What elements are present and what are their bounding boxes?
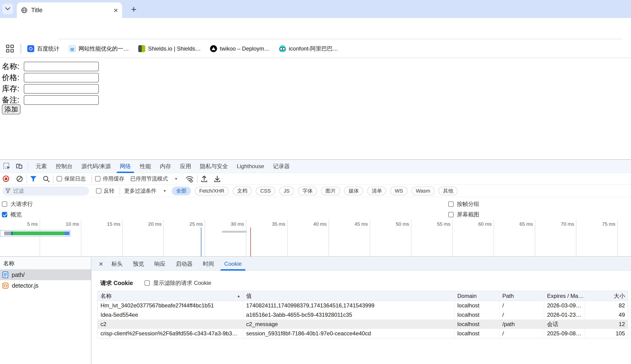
column-header-expires[interactable]: Expires / Ma… <box>544 291 585 301</box>
devtools-tab[interactable]: Lighthouse <box>232 160 268 173</box>
add-button[interactable]: 添加 <box>2 104 21 114</box>
devtools-tab[interactable]: 控制台 <box>51 160 77 173</box>
detail-tab[interactable]: 标头 <box>106 257 128 270</box>
devtools-tab[interactable]: 元素 <box>31 160 51 173</box>
screenshots-checkbox[interactable] <box>448 212 454 217</box>
preserve-log-checkbox[interactable] <box>57 176 62 182</box>
invert-checkbox[interactable] <box>96 188 101 194</box>
filter-toggle-icon[interactable] <box>30 176 37 182</box>
tab-search-button[interactable] <box>2 4 13 14</box>
show-filtered-cookies-checkbox[interactable] <box>145 280 150 286</box>
overview-checkbox[interactable] <box>2 212 7 217</box>
column-header-size[interactable]: 大小 <box>585 291 628 301</box>
cookie-domain-cell: localhost <box>455 320 500 329</box>
search-icon[interactable] <box>43 175 50 182</box>
apps-grid-icon[interactable] <box>6 45 14 53</box>
devtools-tab[interactable]: 隐私与安全 <box>196 160 232 173</box>
bookmark-baidu-tongji[interactable]: 百度统计 <box>27 45 60 52</box>
bookmark-shields-io[interactable]: Shields.io | Shields… <box>138 45 201 52</box>
cookie-expires-cell: 会话 <box>544 320 585 329</box>
group-by-frame-option[interactable]: 按帧分组 <box>448 200 479 208</box>
filter-chip[interactable]: Wasm <box>411 186 435 196</box>
bookmark-iconfont[interactable]: iconfont-阿里巴巴… <box>279 45 338 52</box>
show-filtered-cookies-option[interactable]: 显示滤除的请求 Cookie <box>145 279 211 287</box>
cookie-row[interactable]: c2 c2_message localhost /path 会话 12 <box>98 320 628 329</box>
stock-field[interactable] <box>24 84 99 94</box>
overview-option[interactable]: 概览 <box>2 211 22 218</box>
big-request-rows-checkbox[interactable] <box>2 202 7 207</box>
bookmark-performance-article[interactable]: 网站性能优化的一… <box>69 45 129 52</box>
filter-chip[interactable]: 其他 <box>438 186 458 196</box>
tab-close-icon[interactable]: × <box>114 6 118 14</box>
column-header-name[interactable]: 名称 ▲ <box>98 291 243 301</box>
detail-tab[interactable]: 启动器 <box>171 257 198 270</box>
filter-chip[interactable]: 字体 <box>298 186 317 196</box>
request-bar-content-segment <box>13 232 65 235</box>
devtools-tab[interactable]: 网络 <box>115 160 135 173</box>
more-filters-button[interactable]: 更多过滤条件 <box>124 187 156 194</box>
cookie-table: 名称 ▲ 值 Domain Path Expires / Ma… 大小 Hm_l… <box>97 291 628 338</box>
filter-chip[interactable]: 文档 <box>233 186 252 196</box>
throttling-select[interactable]: 已停用节流模式 ▼ <box>130 175 178 182</box>
column-header-domain[interactable]: Domain <box>455 291 500 301</box>
record-network-log-icon[interactable] <box>3 176 9 182</box>
filter-chip[interactable]: WS <box>390 186 407 196</box>
filter-input[interactable] <box>13 188 78 194</box>
screenshots-option[interactable]: 屏幕截图 <box>448 211 479 218</box>
timeline-gridline <box>370 220 370 256</box>
detail-tab[interactable]: 预览 <box>128 257 149 270</box>
dom-content-loaded-line <box>201 228 201 256</box>
device-toolbar-icon[interactable] <box>14 161 24 172</box>
detail-tab[interactable]: 响应 <box>149 257 171 270</box>
timeline-gridline <box>163 220 164 256</box>
filter-input-wrap <box>2 186 89 196</box>
devtools-tab-label: 元素 <box>36 162 47 170</box>
big-request-rows-option[interactable]: 大请求行 <box>2 200 33 208</box>
request-row-path[interactable]: path/ <box>0 270 91 280</box>
devtools-tab[interactable]: 记录器 <box>268 160 294 173</box>
cookie-name-cell: Hm_lvt_3402e0377567bbeafe27f44ff4bc1b51 <box>98 301 243 310</box>
detail-tab[interactable]: 时间 <box>198 257 219 270</box>
close-detail-icon[interactable]: × <box>99 260 103 268</box>
remark-field[interactable] <box>24 95 99 105</box>
devtools-tab-label: Lighthouse <box>237 163 264 170</box>
filter-chip[interactable]: Fetch/XHR <box>195 186 229 196</box>
name-field[interactable] <box>24 62 99 71</box>
new-tab-button[interactable]: + <box>129 4 139 14</box>
filter-chip[interactable]: 全部 <box>172 186 191 196</box>
devtools-tab[interactable]: 性能 <box>135 160 155 173</box>
devtools-tab-label: 应用 <box>180 162 191 170</box>
request-row-detector-js[interactable]: detector.js <box>0 280 91 291</box>
inspect-element-icon[interactable] <box>2 161 12 172</box>
devtools-tab[interactable]: 源代码/来源 <box>77 160 115 173</box>
clear-network-log-icon[interactable] <box>16 175 23 182</box>
timeline-gridline <box>535 220 535 256</box>
price-field[interactable] <box>24 73 99 82</box>
cookie-value-cell: 1740824111,1740998379,1741364516,1741543… <box>243 301 455 310</box>
import-har-icon[interactable] <box>201 175 208 182</box>
cookie-row[interactable]: Hm_lvt_3402e0377567bbeafe27f44ff4bc1b51 … <box>98 301 628 310</box>
page-content: 名称: 价格: 库存: 备注: 添加 <box>0 58 631 159</box>
cookie-row[interactable]: crisp-client%2Fsession%2F6a9fd556-c343-4… <box>98 329 628 338</box>
column-header-value[interactable]: 值 <box>243 291 455 301</box>
network-overview-timeline[interactable]: 5 ms10 ms15 ms20 ms25 ms30 ms35 ms40 ms4… <box>0 220 631 257</box>
cookie-path-cell: / <box>500 310 544 320</box>
toolbar-divider <box>91 175 92 183</box>
requests-name-column-header[interactable]: 名称 <box>0 257 91 270</box>
bookmark-twikoo[interactable]: twikoo – Deploym… <box>210 45 269 52</box>
detail-tab[interactable]: Cookie <box>219 257 247 270</box>
filter-chip[interactable]: 图片 <box>321 186 340 196</box>
filter-chip[interactable]: 清单 <box>367 186 386 196</box>
filter-chip[interactable]: CSS <box>256 186 275 196</box>
network-conditions-icon[interactable] <box>185 175 194 182</box>
cookie-row[interactable]: Idea-5ed554ee a16516e1-3abb-4655-bc59-43… <box>98 310 628 320</box>
export-har-icon[interactable] <box>214 175 221 182</box>
filter-chip[interactable]: JS <box>279 186 294 196</box>
devtools-tab[interactable]: 应用 <box>176 160 196 173</box>
group-by-frame-checkbox[interactable] <box>448 202 454 207</box>
column-header-path[interactable]: Path <box>500 291 544 301</box>
browser-tab[interactable]: Title × <box>17 2 122 18</box>
devtools-tab[interactable]: 内存 <box>155 160 176 173</box>
filter-chip[interactable]: 媒体 <box>344 186 363 196</box>
disable-cache-checkbox[interactable] <box>95 176 101 182</box>
